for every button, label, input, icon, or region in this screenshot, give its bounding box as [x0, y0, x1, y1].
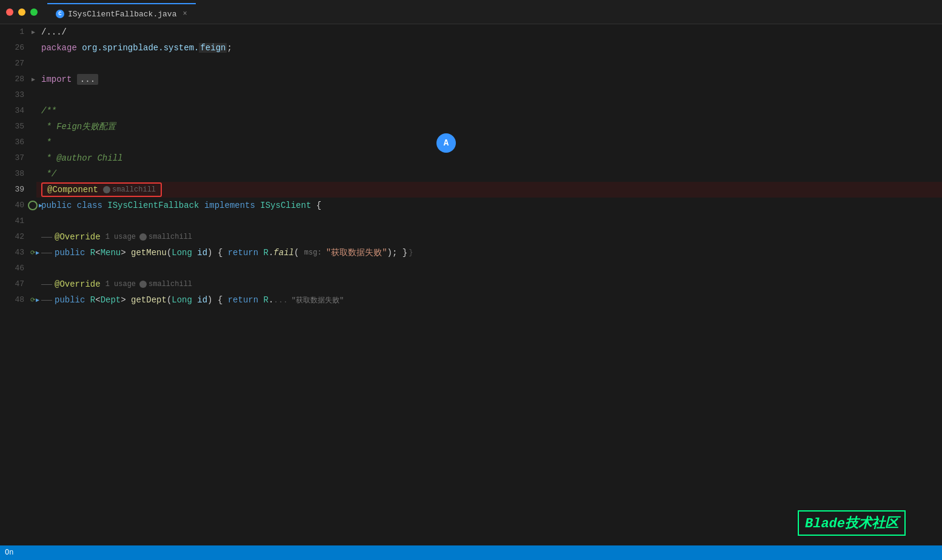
line-number: 38	[0, 166, 30, 182]
dash-separator4	[41, 300, 52, 301]
line-number: 26	[0, 40, 30, 56]
close-window-button[interactable]	[6, 8, 13, 16]
gutter-row-42: 42	[0, 229, 36, 245]
line-number: 37	[0, 150, 30, 166]
truncated-code: ...	[273, 296, 287, 305]
gutter-row-46: 46	[0, 261, 36, 276]
user-icon-47	[139, 281, 147, 288]
status-bar: On	[0, 545, 942, 560]
line-number: 39	[0, 182, 30, 198]
gutter-row-1: 1 ▶	[0, 24, 36, 40]
line-number-gutter: 1 ▶ 26 27 28 ▶ 33 34 35	[0, 24, 36, 560]
gutter-row-27: 27	[0, 56, 36, 72]
line-number: 33	[0, 87, 30, 103]
code-line-27	[36, 56, 942, 72]
gutter-row-43: 43 ⟳ ▶	[0, 245, 36, 261]
file-type-icon: C	[56, 10, 64, 18]
line-number: 34	[0, 103, 30, 119]
line-number: 1	[0, 24, 30, 40]
package-path: org.springblade.system.	[82, 43, 199, 53]
import-collapsed[interactable]: ...	[77, 74, 98, 85]
dash-separator3	[41, 284, 52, 285]
keyword-package: package	[41, 43, 77, 53]
gutter-row-40: 40 ▶	[0, 198, 36, 213]
line-number: 43	[0, 245, 30, 261]
title-bar: C ISysClientFallback.java ×	[0, 0, 942, 24]
gutter-row-35: 35	[0, 119, 36, 135]
maximize-window-button[interactable]	[30, 8, 38, 16]
code-line-36: *	[36, 135, 942, 150]
line-number: 28	[0, 72, 30, 87]
line-number: 42	[0, 229, 30, 245]
code-line-33	[36, 87, 942, 103]
line-number: 46	[0, 261, 30, 276]
code-line-37: * @author Chill	[36, 150, 942, 166]
gutter-row-26: 26	[0, 40, 36, 56]
user-hint-42: smallchill	[139, 233, 192, 241]
line-number: 35	[0, 119, 30, 135]
tab-close-button[interactable]: ×	[182, 10, 187, 18]
gutter-row-47: 47	[0, 276, 36, 292]
code-line-38: */	[36, 166, 942, 182]
minimize-window-button[interactable]	[18, 8, 25, 16]
code-line-47: @Override 1 usage smallchill	[36, 276, 942, 292]
tab-area: C ISysClientFallback.java ×	[47, 0, 196, 24]
code-line-39: @Component smallchill	[36, 182, 942, 198]
dash-separator2	[41, 253, 52, 253]
code-line-48: public R < Dept > getDept ( Long id ) { …	[36, 292, 942, 308]
line-number: 36	[0, 135, 30, 150]
line-number: 40	[0, 198, 30, 213]
user-hint-47: smallchill	[139, 280, 192, 288]
string-value-43: "获取数据失败"	[326, 247, 387, 258]
code-line-26: package org.springblade.system.feign ;	[36, 40, 942, 56]
user-avatar: A	[436, 133, 456, 153]
code-line-35: * Feign失败配置	[36, 119, 942, 135]
editor-tab[interactable]: C ISysClientFallback.java ×	[47, 3, 196, 24]
editor-area: 1 ▶ 26 27 28 ▶ 33 34 35	[0, 24, 942, 560]
user-icon-42	[139, 233, 147, 241]
line-number: 47	[0, 276, 30, 292]
status-on: On	[5, 548, 13, 557]
code-line-42: @Override 1 usage smallchill	[36, 229, 942, 245]
gutter-row-39: 39	[0, 182, 36, 198]
code-line-34: /**	[36, 103, 942, 119]
usage-hint-47: 1 usage	[105, 280, 136, 288]
usage-hint-42: 1 usage	[105, 233, 136, 241]
tab-filename: ISysClientFallback.java	[68, 10, 176, 19]
closing-brace: }	[409, 248, 413, 257]
line-number: 27	[0, 56, 30, 72]
code-line-40: public class ISysClientFallback implemen…	[36, 198, 942, 213]
override-icon2: ⟳	[30, 296, 35, 304]
annotation-text: @Component	[47, 185, 98, 195]
gutter-row-33: 33	[0, 87, 36, 103]
gutter-row-41: 41	[0, 213, 36, 229]
window-controls[interactable]	[6, 8, 38, 16]
annotation-redbox: @Component smallchill	[41, 182, 162, 197]
override-icon: ⟳	[30, 249, 35, 256]
param-label-msg: msg:	[304, 248, 326, 257]
code-line-1: /.../	[36, 24, 942, 40]
code-line-41	[36, 213, 942, 229]
code-line-28: import ...	[36, 72, 942, 87]
gutter-row-28: 28 ▶	[0, 72, 36, 87]
gutter-row-48: 48 ⟳ ▶	[0, 292, 36, 308]
fold-arrow-28[interactable]: ▶	[30, 76, 36, 83]
gutter-row-37: 37	[0, 150, 36, 166]
code-line-46	[36, 261, 942, 276]
classname: ISysClientFallback	[107, 201, 199, 210]
fold-arrow-1[interactable]: ▶	[30, 28, 36, 36]
gutter-row-36: 36	[0, 135, 36, 150]
dash-separator	[41, 237, 52, 238]
gutter-row-34: 34	[0, 103, 36, 119]
keyword-import: import	[41, 75, 72, 84]
gutter-row-38: 38	[0, 166, 36, 182]
string-value-48: "获取数据失败"	[292, 295, 344, 305]
code-editor[interactable]: A Blade技术社区 /.../ package org.springblad…	[36, 24, 942, 560]
user-icon-small	[103, 186, 110, 193]
line-number: 48	[0, 292, 30, 308]
code-line-43: public R < Menu > getMenu ( Long id ) { …	[36, 245, 942, 261]
annotation-hint: smallchill	[103, 185, 156, 194]
line-number: 41	[0, 213, 30, 229]
watermark-label: Blade技术社区	[798, 510, 906, 536]
